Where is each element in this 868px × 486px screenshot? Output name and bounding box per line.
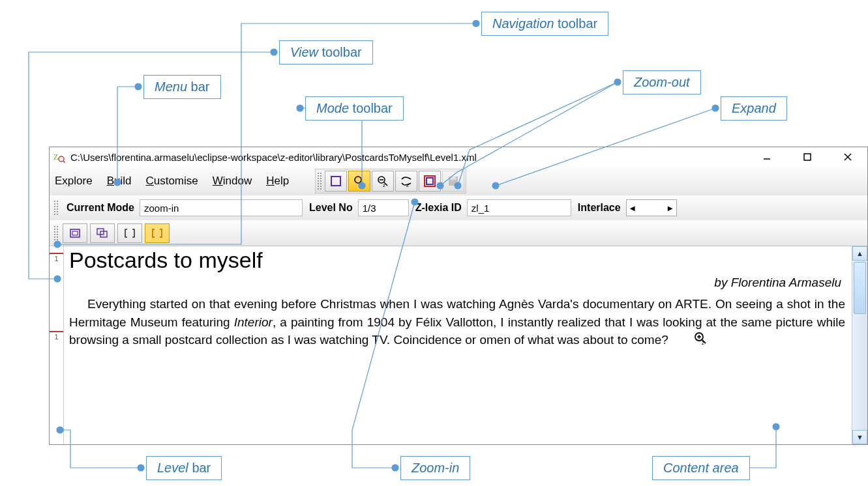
view-brackets-button[interactable] (117, 223, 142, 243)
menu-explore[interactable]: Explore (55, 175, 93, 188)
svg-text:z: z (359, 182, 362, 188)
content-area[interactable]: Postcards to myself by Florentina Armase… (64, 246, 852, 444)
mode-zoom-out-button[interactable]: z (372, 171, 394, 192)
minimize-button[interactable] (755, 149, 779, 165)
svg-rect-26 (331, 177, 340, 186)
view-cascade-button[interactable] (90, 223, 115, 243)
callout-navigation-toolbar: Navigation toolbar (481, 12, 608, 36)
interlace-next-button[interactable]: ► (665, 203, 676, 213)
level-no-field[interactable] (358, 199, 409, 216)
svg-point-6 (297, 105, 303, 111)
navigation-toolbar: Current Mode Level No Z-lexia ID Interla… (50, 195, 867, 220)
mode-normal-button[interactable] (325, 171, 347, 192)
callout-zoom-in: Zoom-in (400, 456, 470, 480)
toolbar-grip-icon[interactable] (317, 172, 322, 190)
svg-point-0 (473, 20, 479, 27)
content-byline: by Florentina Armaselu (69, 276, 841, 290)
level-mark: 1 (50, 331, 63, 341)
callout-expand: Expand (721, 96, 787, 121)
zlexia-id-label: Z-lexia ID (415, 202, 462, 214)
svg-rect-39 (70, 229, 80, 237)
callout-menu-bar: Menu bar (143, 75, 221, 99)
scroll-thumb[interactable] (854, 262, 866, 314)
svg-rect-36 (427, 178, 433, 184)
maximize-button[interactable] (796, 149, 819, 165)
toolbar-grip-icon[interactable] (53, 200, 59, 216)
toolbar-grip-icon[interactable] (53, 225, 59, 241)
menu-help[interactable]: Help (266, 175, 289, 188)
menu-build[interactable]: Build (107, 175, 132, 188)
svg-rect-38 (451, 177, 456, 180)
content-heading: Postcards to myself (69, 248, 845, 273)
menu-window[interactable]: Window (213, 175, 252, 188)
callout-content-area: Content area (652, 456, 750, 480)
interlace-stepper[interactable]: ◄ ► (626, 199, 677, 216)
scroll-up-button[interactable]: ▲ (852, 246, 867, 261)
mode-toolbar: z z z (315, 169, 466, 193)
close-button[interactable] (836, 149, 860, 165)
svg-point-8 (614, 79, 621, 85)
svg-point-20 (59, 156, 64, 162)
svg-rect-23 (804, 154, 811, 160)
level-bar: 1 1 (50, 246, 64, 444)
view-highlight-button[interactable] (145, 223, 170, 243)
svg-rect-43 (155, 231, 160, 235)
svg-text:z: z (383, 182, 385, 188)
callout-zoom-out: Zoom-out (623, 70, 701, 94)
svg-rect-40 (72, 231, 78, 235)
level-mark: 1 (50, 253, 63, 263)
svg-text:z: z (702, 339, 705, 345)
svg-point-2 (271, 49, 277, 55)
content-paragraph: Everything started on that evening befor… (69, 295, 845, 350)
current-mode-label: Current Mode (67, 202, 134, 214)
menu-bar: Explore Build Customise Window Help z z … (50, 167, 867, 195)
zlexia-id-field[interactable] (467, 199, 571, 216)
interlace-prev-button[interactable]: ◄ (627, 203, 638, 213)
scroll-track[interactable] (852, 315, 867, 430)
mode-interlace-button[interactable]: z (395, 171, 417, 192)
titlebar: Z C:\Users\florentina.armaselu\eclipse-w… (50, 147, 867, 167)
level-no-label: Level No (309, 202, 353, 214)
view-toolbar (50, 220, 867, 246)
callout-view-toolbar: View toolbar (279, 40, 373, 64)
app-window: Z C:\Users\florentina.armaselu\eclipse-w… (49, 147, 868, 445)
svg-point-13 (392, 465, 398, 471)
callout-mode-toolbar: Mode toolbar (305, 96, 404, 121)
svg-text:Z: Z (53, 152, 58, 162)
svg-text:z: z (406, 182, 409, 188)
callout-level-bar: Level bar (146, 456, 222, 480)
svg-point-4 (135, 83, 142, 90)
menu-customise[interactable]: Customise (145, 175, 198, 188)
mode-zoom-in-button[interactable]: z (348, 171, 370, 192)
mode-expand-button[interactable] (419, 171, 441, 192)
mode-save-button (442, 171, 464, 192)
vertical-scrollbar[interactable]: ▲ ▼ (852, 246, 867, 444)
svg-line-21 (63, 161, 65, 163)
app-icon: Z (53, 151, 65, 163)
svg-point-15 (138, 465, 144, 471)
interlace-label: Interlace (578, 202, 621, 214)
current-mode-field[interactable] (140, 199, 303, 216)
window-title: C:\Users\florentina.armaselu\eclipse-wor… (70, 152, 755, 163)
zoom-in-cursor-icon: z (676, 332, 707, 350)
view-single-button[interactable] (63, 223, 87, 243)
scroll-down-button[interactable]: ▼ (852, 430, 867, 444)
svg-point-11 (712, 105, 719, 111)
